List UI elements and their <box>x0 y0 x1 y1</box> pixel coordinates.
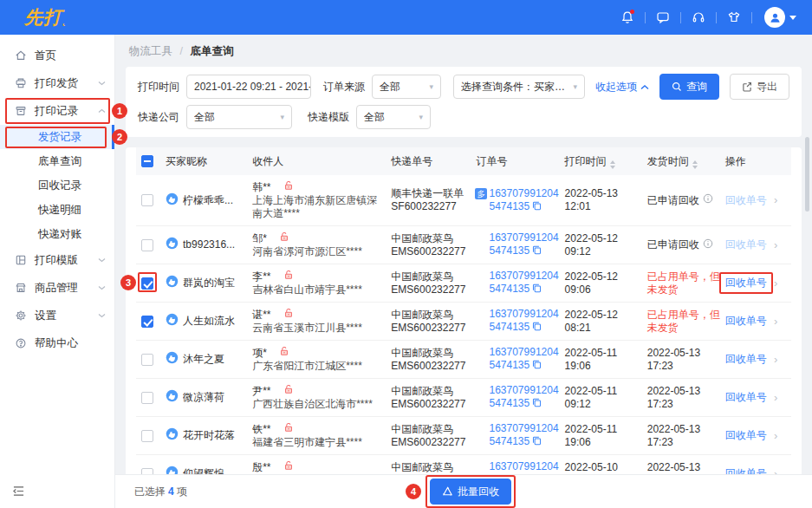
row-expand-chevron[interactable]: › <box>774 391 777 404</box>
privacy-lock-icon[interactable] <box>279 231 289 245</box>
sidebar-item-product-manage[interactable]: 商品管理 <box>0 274 114 302</box>
batch-action-bar: 已选择4项 4 批量回收 <box>115 474 812 508</box>
headset-support-icon[interactable] <box>690 9 707 26</box>
sidebar-item-courier-detail[interactable]: 快递明细 <box>0 198 114 222</box>
print-time: 2022-05-13 12:01 <box>565 175 647 226</box>
copy-icon[interactable] <box>532 201 542 214</box>
recycle-number-link[interactable]: 回收单号 <box>725 429 767 441</box>
order-number-link[interactable]: 163707991204 <box>489 384 561 397</box>
order-number-link[interactable]: 5474135 <box>489 321 561 335</box>
batch-recycle-button[interactable]: 批量回收 <box>430 479 511 505</box>
sidebar-item-ship-records[interactable]: 发货记录 <box>0 125 114 149</box>
chevron-down-icon <box>98 285 106 290</box>
order-number-link[interactable]: 5474135 <box>489 435 561 449</box>
courier-template-select[interactable]: 全部▾ <box>356 105 431 129</box>
platform-icon <box>166 351 179 368</box>
sidebar-item-settings[interactable]: 设置 <box>0 302 114 329</box>
order-number-link[interactable]: 163707991204 <box>489 308 561 321</box>
collapse-options-link[interactable]: 收起选项 <box>595 80 649 94</box>
select-all-checkbox[interactable] <box>141 155 153 167</box>
order-number-link[interactable]: 163707991204 <box>489 422 561 435</box>
row-checkbox[interactable] <box>141 354 153 366</box>
avatar-caret-icon[interactable] <box>789 16 796 20</box>
sidebar-item-recycle-records[interactable]: 回收记录 <box>0 173 114 198</box>
sidebar-collapse-icon[interactable] <box>12 485 25 499</box>
privacy-lock-icon[interactable] <box>283 270 294 283</box>
row-checkbox[interactable] <box>141 430 153 442</box>
sidebar-item-home[interactable]: 首页 <box>0 42 114 69</box>
row-expand-chevron[interactable]: › <box>774 429 777 442</box>
search-button[interactable]: 查询 <box>659 74 719 100</box>
courier-company-select[interactable]: 全部▾ <box>186 105 292 129</box>
order-number-link[interactable]: 163707991204 <box>489 460 561 473</box>
recipient-address: 广东省阳江市江城区**** <box>252 360 384 373</box>
recycle-number-link[interactable]: 回收单号 <box>725 277 767 289</box>
privacy-lock-icon[interactable] <box>279 346 289 360</box>
order-number-link[interactable]: 5474135 <box>489 244 561 258</box>
copy-icon[interactable] <box>532 436 542 449</box>
query-condition-select[interactable]: 选择查询条件：买家昵称/订单编号/运单号/...▾ <box>453 75 585 99</box>
order-number-link[interactable]: 163707991204 <box>489 231 561 244</box>
row-expand-chevron[interactable]: › <box>774 193 777 206</box>
notification-bell-icon[interactable] <box>619 9 636 26</box>
row-checkbox[interactable] <box>141 277 153 290</box>
row-checkbox[interactable] <box>141 239 153 251</box>
order-number-link[interactable]: 5474135 <box>489 359 561 373</box>
privacy-lock-icon[interactable] <box>283 384 294 398</box>
order-number-link[interactable]: 163707991204 <box>489 187 561 200</box>
copy-icon[interactable] <box>532 245 542 258</box>
buyer-nickname: 群岚的淘宝 <box>183 277 235 290</box>
row-expand-chevron[interactable]: › <box>774 277 777 290</box>
copy-icon[interactable] <box>532 283 542 296</box>
ship-time: 2022-05-13 17:23 <box>647 385 722 411</box>
copy-icon[interactable] <box>532 398 542 411</box>
breadcrumb-parent[interactable]: 物流工具 <box>129 45 172 57</box>
info-icon[interactable] <box>703 238 713 252</box>
copy-icon[interactable] <box>532 322 542 335</box>
recycle-number-link[interactable]: 回收单号 <box>725 353 767 365</box>
header-expand-cell <box>774 147 791 175</box>
order-number-link[interactable]: 5474135 <box>489 283 561 296</box>
divider <box>680 12 681 23</box>
scrollbar-thumb[interactable] <box>805 137 809 212</box>
info-icon[interactable] <box>703 193 713 207</box>
ship-status: 已占用单号，但未发货 <box>647 309 722 335</box>
privacy-lock-icon[interactable] <box>283 308 294 322</box>
privacy-lock-icon[interactable] <box>283 460 294 474</box>
message-icon[interactable] <box>654 9 672 26</box>
row-checkbox[interactable] <box>141 194 153 206</box>
privacy-lock-icon[interactable] <box>283 180 294 194</box>
export-button[interactable]: 导出 <box>730 74 789 100</box>
sidebar-item-waybill-query[interactable]: 底单查询 <box>0 149 114 173</box>
order-number-link[interactable]: 5474135 <box>489 397 561 411</box>
sidebar-item-courier-reconcile[interactable]: 快递对账 <box>0 222 114 246</box>
copy-icon[interactable] <box>532 360 542 373</box>
sidebar-item-print-templates[interactable]: 打印模版 <box>0 246 114 274</box>
sort-icon[interactable] <box>610 160 615 169</box>
chevron-up-icon <box>98 108 106 114</box>
row-checkbox[interactable] <box>141 316 153 328</box>
order-number-link[interactable]: 163707991204 <box>489 346 561 359</box>
row-checkbox[interactable] <box>141 392 153 404</box>
order-number-link[interactable]: 163707991204 <box>489 270 561 283</box>
row-expand-chevron[interactable]: › <box>774 238 777 251</box>
sidebar-item-print-records[interactable]: 打印记录 <box>0 97 114 125</box>
user-avatar[interactable] <box>764 7 785 28</box>
sidebar-item-help-center[interactable]: 帮助中心 <box>0 329 114 357</box>
ship-status: 已占用单号，但未发货 <box>647 270 722 296</box>
sort-icon[interactable] <box>692 160 698 169</box>
privacy-lock-icon[interactable] <box>283 422 294 436</box>
order-source-select[interactable]: 全部▾ <box>372 75 441 99</box>
print-time-range-input[interactable]: 2021-01-22 09:21 - 2021-01-22 09:21 <box>186 75 311 99</box>
buyer-nickname: 人生如流水 <box>183 315 235 328</box>
ship-status: 已申请回收 <box>647 194 699 207</box>
sidebar-item-print-ship[interactable]: 打印发货 <box>0 69 114 97</box>
recycle-number-link[interactable]: 回收单号 <box>725 315 767 327</box>
column-header[interactable]: 打印时间 <box>565 147 647 175</box>
recycle-number-link[interactable]: 回收单号 <box>725 391 767 403</box>
row-expand-chevron[interactable]: › <box>774 315 777 328</box>
column-header[interactable]: 发货时间 <box>647 147 725 175</box>
order-number-link[interactable]: 5474135 <box>489 200 561 214</box>
row-expand-chevron[interactable]: › <box>774 353 777 366</box>
tshirt-icon[interactable] <box>725 9 743 26</box>
